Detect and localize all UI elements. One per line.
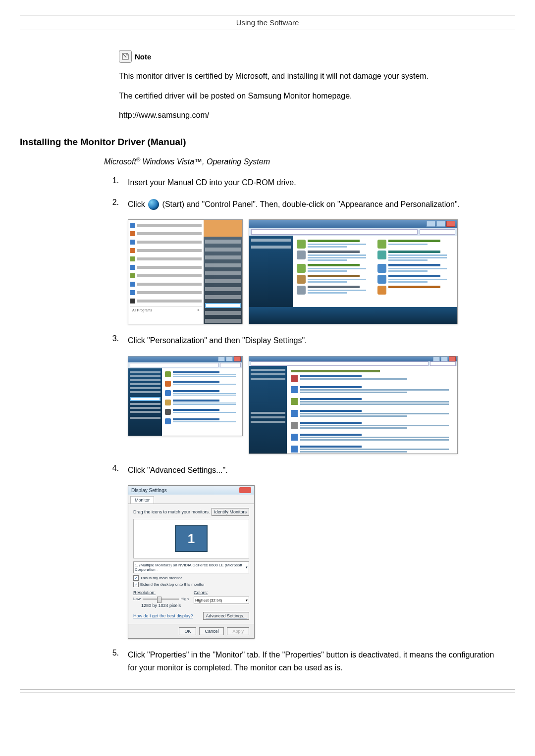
ds-resolution-value: 1280 by 1024 pixels xyxy=(133,603,189,608)
screenshot-personalization-panel xyxy=(249,356,458,454)
screenshot-appearance-panel xyxy=(128,356,243,436)
step-3-number: 3. xyxy=(104,334,119,347)
step-3-text: Click "Personalization" and then "Displa… xyxy=(128,334,495,347)
step-4-text: Click "Advanced Settings...". xyxy=(128,464,495,477)
step-5-text: Click "Properties" in the "Monitor" tab.… xyxy=(128,649,495,674)
note-label: Note xyxy=(135,52,151,61)
step-5-number: 5. xyxy=(104,649,119,674)
subheading-suffix: Windows Vista™, Operating System xyxy=(140,157,270,166)
ds-chk1-box[interactable]: ✓ xyxy=(133,575,139,581)
section-subheading: Microsoft® Windows Vista™, Operating Sys… xyxy=(104,156,515,166)
ds-monitor-1[interactable]: 1 xyxy=(175,525,208,552)
ds-chk2-box[interactable]: ✓ xyxy=(133,582,139,587)
ds-monitor-preview[interactable]: 1 xyxy=(133,519,249,558)
screenshot-control-panel xyxy=(249,219,458,324)
ds-help-link[interactable]: How do I get the best display? xyxy=(133,613,193,618)
section-heading: Installing the Monitor Driver (Manual) xyxy=(20,137,515,148)
ds-resolution-label: Resolution: xyxy=(133,590,189,595)
ds-advanced-button[interactable]: Advanced Settings... xyxy=(203,612,249,620)
screenshot-start-menu: All Programs▸ xyxy=(128,219,243,324)
ds-select-value: 1. (Multiple Monitors) on NVIDIA GeForce… xyxy=(135,563,246,572)
ds-identify-button[interactable]: Identify Monitors xyxy=(212,508,249,516)
ds-res-low: Low xyxy=(133,597,141,601)
page-header-title: Using the Software xyxy=(20,18,515,30)
ds-drag-label: Drag the icons to match your monitors. xyxy=(133,509,210,514)
ds-cancel-button[interactable]: Cancel xyxy=(199,627,224,635)
ds-ok-button[interactable]: OK xyxy=(179,627,196,635)
note-text-1: This monitor driver is certified by Micr… xyxy=(119,70,495,83)
step-2-text: Click (Start) and "Control Panel". Then,… xyxy=(128,198,495,211)
step-2-number: 2. xyxy=(104,198,119,211)
step-1-text: Insert your Manual CD into your CD-ROM d… xyxy=(128,176,495,189)
ds-chk1-label: This is my main monitor xyxy=(140,576,182,580)
start-orb-icon xyxy=(148,199,159,210)
ds-title-text: Display Settings xyxy=(131,488,167,493)
screenshot-display-settings: Display Settings Monitor Drag the icons … xyxy=(128,485,255,639)
note-text-2: The certified driver will be posted on S… xyxy=(119,90,495,102)
ds-display-select[interactable]: 1. (Multiple Monitors) on NVIDIA GeForce… xyxy=(133,561,249,573)
ds-res-high: High xyxy=(181,597,189,601)
ds-colors-label: Colors: xyxy=(194,590,249,595)
chevron-down-icon: ▾ xyxy=(246,598,248,603)
ds-chk2-label: Extend the desktop onto this monitor xyxy=(140,582,205,587)
ds-resolution-slider[interactable] xyxy=(143,599,179,600)
note-url: http://www.samsung.com/ xyxy=(119,109,495,122)
ds-colors-value: Highest (32 bit) xyxy=(195,598,222,603)
subheading-prefix: Microsoft xyxy=(104,157,136,166)
step-1-number: 1. xyxy=(104,176,119,189)
chevron-down-icon: ▾ xyxy=(246,565,248,569)
note-icon xyxy=(119,50,132,63)
ds-apply-button[interactable]: Apply xyxy=(227,627,249,635)
step-2-post: (Start) and "Control Panel". Then, doubl… xyxy=(162,200,460,208)
ds-tab-monitor[interactable]: Monitor xyxy=(130,496,154,504)
step-2-pre: Click xyxy=(128,200,147,208)
ds-colors-select[interactable]: Highest (32 bit) ▾ xyxy=(194,597,249,604)
start-menu-all-programs: All Programs xyxy=(132,308,152,312)
ds-close-icon[interactable] xyxy=(239,487,251,493)
step-4-number: 4. xyxy=(104,464,119,477)
